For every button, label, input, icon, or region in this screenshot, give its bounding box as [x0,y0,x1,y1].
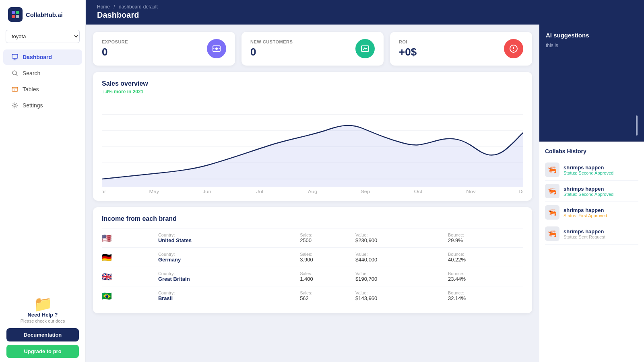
collabs-title: Collabs History [545,148,638,154]
bounce-label: Bounce: [448,232,523,237]
sidebar-item-tables[interactable]: Tables [3,82,82,97]
flag-cell: 🇩🇪 [102,248,158,267]
docs-button[interactable]: Documentation [6,328,79,341]
sales-card-title: Sales overview [102,80,523,87]
ai-scrollbar[interactable] [636,115,638,136]
svg-text:Dec: Dec [518,189,523,194]
country-name: Brasil [158,295,173,301]
value-cell: Value: $190,700 [355,267,448,286]
bounce-label: Bounce: [448,271,523,276]
bounce-cell: Bounce: 23.44% [448,267,523,286]
kpi-card-roi: ROI +0$ [390,32,532,66]
help-section: 📁 Need Help ? Please check our docs Docu… [0,291,85,362]
logo-icon [8,7,23,22]
breadcrumb-sep: / [114,4,115,10]
sales-subtitle: ↑ 4% more in 2021 [102,89,523,95]
value-amount: $190,700 [355,276,377,282]
sales-chart: Apr May Jun Jul Aug Sep Oct Nov Dec [102,99,523,195]
kpi-roi-info: ROI +0$ [399,39,417,58]
collab-info: shrimps happen Status: Second Approved [564,186,613,197]
collab-status: Status: Second Approved [564,171,613,175]
svg-text:Oct: Oct [414,189,423,194]
svg-rect-2 [12,15,15,18]
sales-value: 2500 [300,237,312,243]
kpi-exposure-label: EXPOSURE [102,39,128,44]
sales-cell: Sales: 1.400 [300,267,355,286]
country-name: Great Britain [158,276,190,282]
value-cell: Value: $230,900 [355,228,448,248]
kpi-exposure-icon [207,39,226,58]
breadcrumb: Home / dashboard-default [97,4,633,10]
sidebar-item-search[interactable]: Search [3,66,82,81]
org-select[interactable]: toyota honda ford [6,30,80,43]
country-label: Country: [158,232,300,237]
collab-item: 🦐 shrimps happen Status: First Approved [545,202,638,223]
svg-text:Apr: Apr [102,189,106,194]
sidebar-label-tables: Tables [23,86,39,93]
sidebar-label-search: Search [23,70,40,76]
collab-info: shrimps happen Status: Sent Request [564,228,605,239]
svg-point-7 [14,105,16,107]
upgrade-button[interactable]: Upgrade to pro [6,345,79,358]
collab-thumb: 🦐 [545,162,559,177]
collabs-panel: Collabs History 🦐 shrimps happen Status:… [539,142,644,362]
main-area: Home / dashboard-default Dashboard EXPOS… [86,0,644,362]
svg-rect-1 [16,11,19,14]
kpi-customers-icon [355,39,375,58]
value-amount: $143,960 [355,295,377,301]
country-label: Country: [158,290,300,295]
org-select-wrap[interactable]: toyota honda ford [0,27,85,47]
right-column: AI suggestions this is Collabs History 🦐… [539,25,644,362]
value-label: Value: [355,271,448,276]
bounce-cell: Bounce: 32.14% [448,286,523,306]
sales-value: 562 [300,295,309,301]
svg-point-9 [215,47,218,50]
kpi-exposure-info: EXPOSURE 0 [102,39,128,58]
kpi-exposure-value: 0 [102,46,128,58]
kpi-customers-value: 0 [250,46,293,58]
collab-name: shrimps happen [564,228,605,234]
sidebar-item-dashboard[interactable]: Dashboard [3,49,82,65]
svg-text:Aug: Aug [308,189,318,194]
svg-text:Sep: Sep [361,189,370,194]
sales-label: Sales: [300,232,355,237]
country-cell: Country: Germany [158,248,300,267]
collab-thumb: 🦐 [545,205,559,220]
bounce-value: 40.22% [448,257,466,263]
collab-item: 🦐 shrimps happen Status: Second Approved [545,159,638,181]
svg-rect-0 [12,11,15,14]
help-subtitle: Please check our docs [6,319,79,323]
sidebar-item-settings[interactable]: Settings [3,98,82,113]
ai-body: this is [546,43,638,48]
value-amount: $230,900 [355,237,377,243]
sales-cell: Sales: 3.900 [300,248,355,267]
help-title: Need Help ? [6,312,79,318]
bounce-value: 32.14% [448,295,466,301]
country-label: Country: [158,252,300,257]
collab-info: shrimps happen Status: Second Approved [564,165,613,175]
svg-text:Nov: Nov [466,189,476,194]
collab-thumb: 🦐 [545,184,559,198]
kpi-roi-value: +0$ [399,46,417,58]
country-name: United States [158,237,192,243]
ai-panel: AI suggestions this is [539,25,644,142]
kpi-customers-label: NEW CUSTOMERS [250,39,293,44]
sidebar-label-settings: Settings [23,102,43,109]
table-row: 🇬🇧 Country: Great Britain Sales: 1.400 V… [102,267,523,286]
svg-rect-4 [12,54,18,58]
table-row: 🇺🇸 Country: United States Sales: 2500 Va… [102,228,523,248]
collab-status: Status: Sent Request [564,234,605,239]
logo-text: CollabHub.ai [26,11,63,18]
bounce-label: Bounce: [448,252,523,257]
value-label: Value: [355,232,448,237]
collab-status: Status: Second Approved [564,192,613,197]
income-title: Income from each brand [102,215,523,222]
table-row: 🇧🇷 Country: Brasil Sales: 562 Value: [102,286,523,306]
main-header: Home / dashboard-default Dashboard [86,0,644,25]
country-label: Country: [158,271,300,276]
collab-name: shrimps happen [564,165,613,171]
table-icon [11,86,19,93]
flag-cell: 🇧🇷 [102,286,158,306]
sales-value: 3.900 [300,257,313,263]
page-title: Dashboard [97,10,633,20]
